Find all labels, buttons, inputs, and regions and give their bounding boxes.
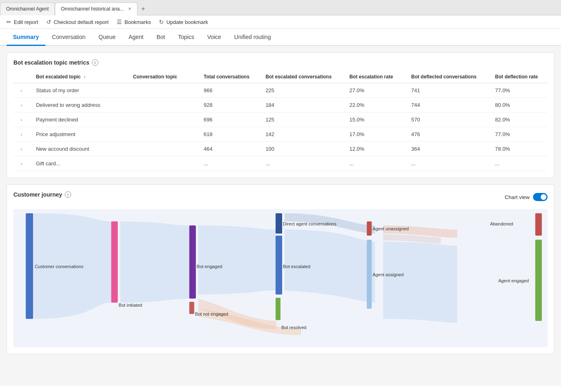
cell-escalated: 142 — [261, 127, 344, 142]
tab-conversation[interactable]: Conversation — [46, 29, 92, 45]
cell-esc-rate: 15.0% — [344, 113, 406, 127]
sankey-chart: Customer conversations Bot initiated Bot… — [13, 209, 548, 347]
svg-text:Bot resolved: Bot resolved — [281, 325, 307, 330]
tab-unified-routing[interactable]: Unified routing — [228, 29, 277, 45]
sankey-svg: Customer conversations Bot initiated Bot… — [13, 209, 548, 347]
svg-text:Agent engaged: Agent engaged — [498, 278, 529, 283]
cell-defl-rate: 77.0% — [490, 83, 548, 98]
tab-summary[interactable]: Summary — [7, 29, 46, 45]
col-header-esc-rate[interactable]: Bot escalation rate — [344, 71, 406, 83]
cell-conv-topic — [128, 98, 199, 113]
customer-journey-info-icon[interactable]: i — [65, 191, 71, 198]
tab-omnichannel-agent[interactable]: Omnichannel Agent — [0, 2, 55, 15]
cell-deflected: ... — [406, 156, 490, 171]
cell-conv-topic — [128, 156, 199, 171]
col-header-conv-topic[interactable]: Conversation topic — [128, 71, 199, 83]
bot-escalation-table: Bot escalated topic ↑ Conversation topic… — [13, 71, 548, 171]
cell-escalated: 100 — [261, 142, 344, 156]
node-agent-assigned — [367, 240, 372, 309]
cell-esc-rate: 27.0% — [344, 83, 406, 98]
node-bot-initiated — [111, 221, 118, 303]
cell-deflected: 476 — [406, 127, 490, 142]
table-row: › Gift card... ... ... ... ... ... — [13, 156, 548, 171]
node-customer-conv — [26, 213, 33, 319]
cell-escalated: 225 — [261, 83, 344, 98]
tab-close-icon[interactable]: ✕ — [128, 6, 131, 11]
col-header-topic[interactable]: Bot escalated topic ↑ — [31, 71, 128, 83]
cell-escalated: 184 — [261, 98, 344, 113]
edit-report-button[interactable]: ✏ Edit report — [7, 19, 38, 25]
table-row: › New accound discount 464 100 12.0% 364… — [13, 142, 548, 156]
col-header-expand — [13, 71, 31, 83]
cell-defl-rate: 80.0% — [490, 98, 548, 113]
customer-journey-card: Customer journey i Chart view — [7, 184, 554, 354]
checkout-default-button[interactable]: ↺ Checkout default report — [46, 19, 109, 25]
expand-icon[interactable]: › — [18, 132, 24, 138]
expand-icon[interactable]: › — [18, 102, 24, 108]
bookmarks-label: Bookmarks — [124, 19, 151, 25]
nav-tabs: Summary Conversation Queue Agent Bot Top… — [0, 29, 561, 46]
bot-escalation-table-container[interactable]: Bot escalated topic ↑ Conversation topic… — [13, 71, 548, 171]
cell-defl-rate: 78.0% — [490, 142, 548, 156]
new-tab-button[interactable]: + — [137, 4, 149, 14]
tab-label: Omnichannel historical ana... — [61, 6, 124, 12]
cell-conv-topic — [128, 127, 199, 142]
browser-tabs: Omnichannel Agent Omnichannel historical… — [0, 0, 561, 15]
chart-view-switch[interactable] — [533, 193, 548, 201]
cell-escalated: 125 — [261, 113, 344, 127]
tab-label: Omnichannel Agent — [6, 6, 49, 12]
tab-agent[interactable]: Agent — [122, 29, 150, 45]
cell-total: 966 — [199, 83, 261, 98]
node-direct-agent — [276, 213, 282, 234]
cell-total: 464 — [199, 142, 261, 156]
svg-text:Bot not engaged: Bot not engaged — [195, 312, 228, 316]
cell-esc-rate: 22.0% — [344, 98, 406, 113]
bot-escalation-card: Bot escalation topic metrics i Bot escal… — [7, 52, 554, 178]
cell-conv-topic — [128, 83, 199, 98]
node-agent-unassigned — [367, 221, 372, 236]
bot-escalation-info-icon[interactable]: i — [92, 59, 98, 66]
bookmarks-icon: ☰ — [117, 19, 122, 25]
cell-defl-rate: ... — [490, 156, 548, 171]
expand-icon[interactable]: › — [18, 146, 24, 152]
update-bookmark-button[interactable]: ↻ Update bookmark — [159, 19, 208, 25]
cell-defl-rate: 82.0% — [490, 113, 548, 127]
expand-icon[interactable]: › — [18, 117, 24, 123]
cell-topic: Payment declined — [31, 113, 128, 127]
table-row: › Status of my order 966 225 27.0% 741 7… — [13, 83, 548, 98]
sort-icon: ↑ — [84, 75, 86, 79]
edit-report-label: Edit report — [14, 19, 38, 25]
expand-icon[interactable]: › — [18, 161, 24, 167]
svg-text:Abandoned: Abandoned — [490, 221, 513, 226]
svg-text:Bot initiated: Bot initiated — [119, 303, 142, 308]
update-label: Update bookmark — [166, 19, 208, 25]
svg-text:Agent unassigned: Agent unassigned — [372, 226, 409, 231]
chart-view-label: Chart view — [505, 194, 530, 200]
cell-topic: New accound discount — [31, 142, 128, 156]
node-bot-engaged — [189, 225, 196, 299]
customer-journey-title: Customer journey i — [13, 191, 71, 198]
bookmarks-button[interactable]: ☰ Bookmarks — [117, 19, 151, 25]
tab-queue[interactable]: Queue — [92, 29, 122, 45]
cell-topic: Delivered to wrong address — [31, 98, 128, 113]
col-header-escalated[interactable]: Bot escalated conversations — [261, 71, 344, 83]
col-header-deflected[interactable]: Bot deflected conversations — [406, 71, 490, 83]
col-header-defl-rate[interactable]: Bot deflection rate — [490, 71, 548, 83]
tab-voice[interactable]: Voice — [201, 29, 228, 45]
col-header-total[interactable]: Total conversations — [199, 71, 261, 83]
tab-bot[interactable]: Bot — [150, 29, 172, 45]
node-bot-not-engaged — [189, 302, 194, 314]
svg-text:Customer conversations: Customer conversations — [35, 264, 84, 269]
svg-text:Bot engaged: Bot engaged — [197, 264, 222, 269]
cell-total: 618 — [199, 127, 261, 142]
tab-topics[interactable]: Topics — [172, 29, 201, 45]
expand-icon[interactable]: › — [18, 88, 24, 94]
tab-omnichannel-historical[interactable]: Omnichannel historical ana... ✕ — [55, 2, 137, 15]
bot-escalation-title: Bot escalation topic metrics i — [13, 59, 548, 66]
node-bot-escalated — [276, 236, 282, 295]
main-content: Bot escalation topic metrics i Bot escal… — [0, 46, 561, 386]
node-agent-engaged — [535, 240, 542, 321]
svg-text:Bot escalated: Bot escalated — [283, 264, 310, 269]
cell-total: 928 — [199, 98, 261, 113]
cell-topic: Price adjustment — [31, 127, 128, 142]
